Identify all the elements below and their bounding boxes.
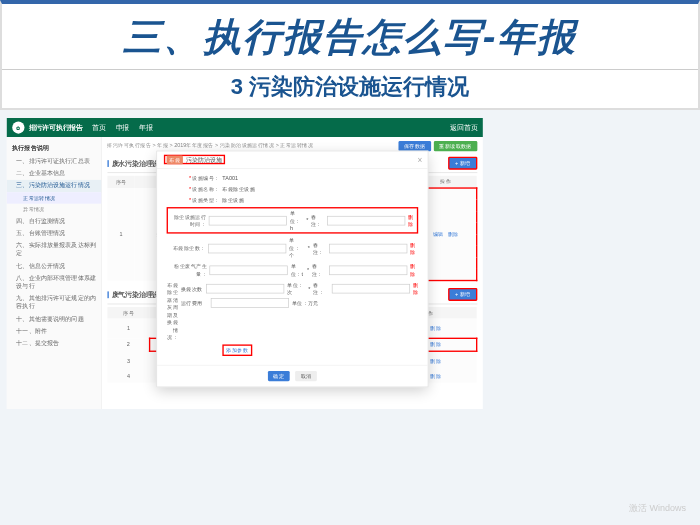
note-input[interactable] <box>329 266 407 276</box>
modal-overlay: 布袋污染防治设施 × *设施编号：TA001 *设施名称：布袋除尘设施 *设施类… <box>102 137 483 409</box>
sidebar-item-4[interactable]: 四、自行监测情况 <box>7 215 102 227</box>
label-cost: 运行费用 <box>181 299 208 306</box>
add-param-link[interactable]: 添加参数 <box>222 344 252 356</box>
delete-param-link[interactable]: 删除 <box>408 213 416 228</box>
topbar-nav: 首页 申报 年报 <box>92 123 152 133</box>
label-name: 设施名称： <box>192 186 219 192</box>
sidebar-item-1[interactable]: 一、排污许可证执行汇总表 <box>7 155 102 167</box>
sidebar-header: 执行报告说明 <box>7 141 102 155</box>
unit-label: 单位：h <box>290 210 303 231</box>
edit-modal: 布袋污染防治设施 × *设施编号：TA001 *设施名称：布袋除尘设施 *设施类… <box>156 151 428 388</box>
sidebar: 执行报告说明 一、排污许可证执行汇总表 二、企业基本信息 三、污染防治设施运行情… <box>7 137 102 409</box>
value-name: 布袋除尘设施 <box>222 185 418 192</box>
label-runtime: 除尘设施运行时间： <box>174 214 207 228</box>
sidebar-item-10[interactable]: 十、其他需要说明的问题 <box>7 313 102 325</box>
slide-title-main: 三、执行报告怎么写-年报 <box>2 4 698 67</box>
slide-title-sub: 3 污染防治设施运行情况 <box>2 69 698 108</box>
label-bagcount: 布袋除尘数： <box>173 245 206 251</box>
value-type: 除尘设施 <box>222 196 418 203</box>
label-type: 设施类型： <box>192 197 219 203</box>
app-logo-icon: ✿ <box>12 121 24 133</box>
sidebar-item-6[interactable]: 六、实际排放量报表及达标判定 <box>7 240 102 260</box>
unit-label: 单位：个 <box>289 237 305 259</box>
cancel-button[interactable]: 取消 <box>295 371 317 381</box>
label-note: 春注： <box>312 263 327 278</box>
modal-title-chip: 布袋 <box>167 155 183 164</box>
label-note: 春注： <box>313 241 327 256</box>
label-cycle: 布袋除尘器清灰周期及换袋情况： <box>167 282 178 340</box>
modal-title: 污染防治设施 <box>186 156 223 163</box>
nav-report[interactable]: 申报 <box>116 123 130 133</box>
label-note: 春注： <box>311 213 324 228</box>
label-bagchange: 换袋次数 <box>181 285 204 292</box>
sidebar-item-12[interactable]: 十二、提交报告 <box>7 338 102 350</box>
unit-label: 单位：次 <box>287 281 305 296</box>
close-icon[interactable]: × <box>418 155 423 165</box>
app-topbar: ✿ 排污许可执行报告 首页 申报 年报 返回首页 <box>7 118 483 137</box>
delete-param-link[interactable]: 删除 <box>413 281 418 296</box>
dust-input[interactable] <box>210 266 288 276</box>
bagcount-input[interactable] <box>208 243 286 253</box>
delete-param-link[interactable]: 删除 <box>410 263 418 278</box>
sidebar-item-9[interactable]: 九、其他排污许可证规定的内容执行 <box>7 293 102 313</box>
delete-param-link[interactable]: 删除 <box>410 241 418 256</box>
note-input[interactable] <box>332 284 410 294</box>
value-code: TA001 <box>222 175 418 181</box>
app-name: 排污许可执行报告 <box>29 123 83 133</box>
unit-label: 单位：t <box>291 263 305 278</box>
sidebar-item-3[interactable]: 三、污染防治设施运行情况 <box>7 180 102 192</box>
sidebar-item-7[interactable]: 七、信息公开情况 <box>7 260 102 272</box>
ok-button[interactable]: 确定 <box>268 371 290 381</box>
label-code: 设施编号： <box>192 175 219 181</box>
main-content: 排污许可执行报告 > 年报 > 2019年年度报告 > 污染防治设施运行情况 >… <box>102 137 483 409</box>
nav-home[interactable]: 首页 <box>92 123 106 133</box>
nav-annual[interactable]: 年报 <box>139 123 153 133</box>
unit-label: 单位：万元 <box>292 299 319 306</box>
back-home-link[interactable]: 返回首页 <box>450 123 477 133</box>
cost-input[interactable] <box>211 298 289 308</box>
sidebar-item-8[interactable]: 八、企业内部环境管理体系建设与行 <box>7 272 102 292</box>
sidebar-sub-abnormal[interactable]: 异常情况 <box>7 204 102 216</box>
note-input[interactable] <box>327 216 405 226</box>
note-input[interactable] <box>329 243 407 253</box>
sidebar-item-2[interactable]: 二、企业基本信息 <box>7 168 102 180</box>
bagchange-input[interactable] <box>206 284 284 294</box>
sidebar-sub-normal[interactable]: 正常运转情况 <box>7 192 102 204</box>
sidebar-item-5[interactable]: 五、台账管理情况 <box>7 227 102 239</box>
watermark: 激活 Windows <box>629 502 686 515</box>
runtime-input[interactable] <box>209 216 287 226</box>
label-dust: 粉尘废气产生量： <box>174 264 207 278</box>
label-note: 春注： <box>313 281 329 296</box>
sidebar-item-11[interactable]: 十一、附件 <box>7 325 102 337</box>
